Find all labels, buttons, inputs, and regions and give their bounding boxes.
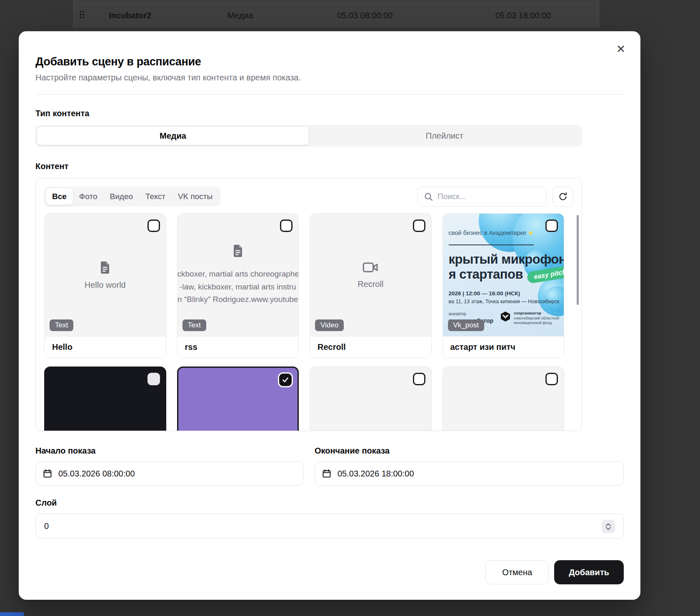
row-start-time: 05.03 08:00:00	[337, 11, 392, 20]
submit-button[interactable]: Добавить	[554, 560, 624, 584]
vk-post-image: свой бизнес в Академпарке крытый микрофо…	[443, 214, 564, 336]
row-end-time: 05.03 18:00:00	[495, 11, 551, 20]
card-checkbox[interactable]	[545, 373, 558, 385]
vk-pitch-badge: easy pitch	[527, 265, 564, 284]
header-divider	[35, 94, 624, 95]
cancel-button[interactable]: Отмена	[485, 560, 549, 584]
card-checkbox[interactable]	[413, 219, 425, 232]
media-filters: Все Фото Видео Текст VK посты	[44, 187, 220, 207]
refresh-icon	[558, 192, 568, 201]
card-checkbox[interactable]	[148, 373, 160, 385]
drag-handle-icon	[80, 11, 85, 20]
thumb-text-lines: ckboxer, martial arts choreographer -law…	[178, 268, 299, 306]
layer-input[interactable]: 0	[35, 514, 624, 539]
card-checkbox[interactable]	[280, 219, 292, 232]
vk-divider	[449, 244, 534, 245]
card-thumbnail: Recroll Video	[310, 214, 431, 336]
vk-header-text: свой бизнес в Академпарке	[449, 229, 558, 236]
calendar-icon	[43, 469, 52, 478]
check-icon	[282, 376, 289, 384]
type-badge: Text	[182, 319, 206, 331]
card-title: rss	[178, 336, 299, 358]
document-icon	[231, 244, 245, 258]
dialog-subtitle: Настройте параметры сцены, включая тип к…	[35, 73, 624, 82]
type-badge: Text	[50, 319, 73, 331]
close-icon[interactable]: ✕	[614, 42, 628, 56]
row-screen-name: Incubator2	[109, 11, 151, 20]
document-icon	[98, 260, 112, 274]
media-picker: Все Фото Видео Текст VK посты	[35, 178, 582, 431]
content-type-label: Тип контента	[35, 109, 624, 118]
thumb-text: Recroll	[358, 279, 383, 289]
card-checkbox[interactable]	[545, 219, 558, 232]
card-checkbox[interactable]	[413, 373, 425, 385]
filter-vk-posts[interactable]: VK посты	[172, 188, 219, 205]
content-type-tabs: Медиа Плейлист	[35, 125, 582, 147]
dialog-title: Добавить сцену в расписание	[35, 55, 624, 68]
card-checkbox-checked[interactable]	[279, 374, 292, 386]
add-scene-dialog: ✕ Добавить сцену в расписание Настройте …	[19, 31, 640, 600]
media-card-vk-post[interactable]: свой бизнес в Академпарке крытый микрофо…	[442, 213, 565, 358]
start-time-value: 05.03.2026 08:00:00	[58, 469, 135, 479]
type-badge: Video	[315, 319, 344, 331]
search-icon	[424, 192, 433, 201]
thumb-text: Hello world	[85, 280, 126, 290]
schedule-table-row: Incubator2 Медиа 05.03 08:00:00 05.03 18…	[74, 3, 599, 27]
tab-media[interactable]: Медиа	[37, 127, 309, 145]
filter-photo[interactable]: Фото	[73, 188, 104, 205]
background-accent-bar	[0, 612, 24, 616]
end-time-value: 05.03.2026 18:00:00	[338, 469, 414, 479]
layer-label: Слой	[35, 498, 624, 508]
media-toolbar: Все Фото Видео Текст VK посты	[44, 187, 573, 207]
start-time-input[interactable]: 05.03.2026 08:00:00	[35, 461, 303, 486]
card-title: Hello	[45, 336, 166, 358]
video-camera-icon	[362, 261, 378, 274]
media-card-rss[interactable]: ckboxer, martial arts choreographer -law…	[177, 213, 299, 358]
vk-title-line1: крытый микрофон	[449, 252, 558, 267]
card-title: астарт изи питч	[443, 336, 564, 358]
media-card-blank-1[interactable]	[310, 367, 432, 431]
vk-organizer-logo	[500, 311, 511, 322]
media-card-hello[interactable]: Hello world Text Hello	[44, 213, 166, 358]
tab-playlist[interactable]: Плейлист	[309, 127, 580, 145]
start-time-label: Начало показа	[35, 446, 303, 456]
media-card-recroll[interactable]: Recroll Video Recroll	[310, 213, 432, 358]
card-title: Recroll	[310, 336, 431, 358]
scrollbar-thumb[interactable]	[577, 215, 579, 305]
search-box	[418, 187, 547, 207]
media-card-selected[interactable]	[177, 367, 299, 431]
vk-title-line2: я стартапов	[449, 267, 523, 282]
filter-video[interactable]: Видео	[104, 188, 140, 205]
media-card-blank-2[interactable]	[442, 367, 565, 431]
filter-text[interactable]: Текст	[139, 188, 172, 205]
layer-stepper[interactable]	[602, 520, 615, 533]
row-content-type: Медиа	[228, 11, 253, 20]
card-thumbnail: Hello world Text	[45, 214, 166, 336]
card-thumbnail: ckboxer, martial arts choreographer -law…	[178, 214, 299, 336]
vk-location: ва 11, 13 этаж, Точка кипения — Новосиби…	[449, 299, 558, 304]
end-time-input[interactable]: 05.03.2026 18:00:00	[315, 461, 624, 486]
background-table: Incubator2 Медиа 05.03 08:00:00 05.03 18…	[73, 0, 599, 27]
media-card-dark[interactable]	[44, 367, 166, 431]
chevron-down-icon	[605, 527, 611, 530]
calendar-icon	[322, 469, 331, 478]
content-label: Контент	[35, 162, 624, 171]
media-grid: Hello world Text Hello	[44, 213, 573, 431]
chevron-up-icon	[605, 523, 611, 526]
end-time-label: Окончание показа	[315, 446, 624, 456]
search-input[interactable]	[438, 192, 540, 201]
vk-datetime: 2026 | 12:00 — 16:00 (НСК)	[449, 290, 558, 297]
filter-all[interactable]: Все	[46, 188, 73, 205]
layer-value: 0	[44, 521, 49, 531]
refresh-button[interactable]	[552, 187, 573, 207]
type-badge: Vk_post	[448, 319, 484, 331]
card-checkbox[interactable]	[148, 219, 160, 232]
